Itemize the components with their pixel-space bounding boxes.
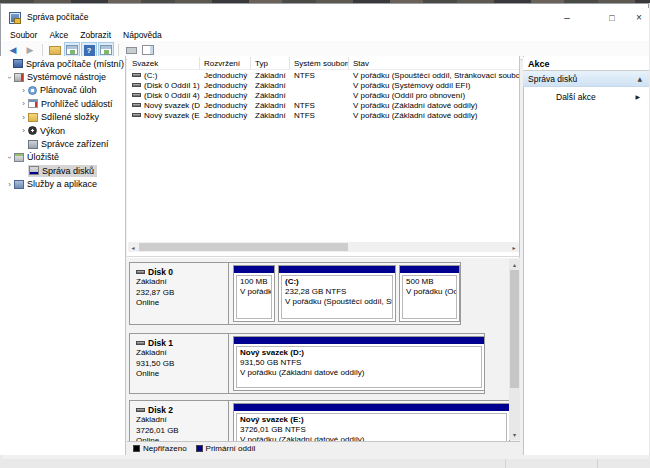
volume-row-novy-svazek-d[interactable]: Nový svazek (D:) Jednoduchý Základní NTF… [128,100,519,110]
vertical-scrollbar-thumb[interactable] [510,270,519,388]
tree-item-label: Systémové nástroje [27,72,106,82]
performance-icon [28,126,37,135]
console-tree: Správa počítače (místní) › Systémové nás… [0,57,125,191]
column-header-system-souboru[interactable]: Systém souborů [290,57,349,69]
volume-row-c[interactable]: (C:) Jednoduchý Základní NTFS V pořádku … [128,70,519,80]
actions-panel [523,56,649,455]
disk0-row: Disk 0 Základní 232,87 GB Online 100 MB … [129,262,461,325]
volume-row-disk0-oddil4[interactable]: (Disk 0 Oddíl 4) Jednoduchý Základní V p… [128,90,519,100]
tree-item-label: Plánovač úloh [40,85,97,95]
disk0-label[interactable]: Disk 0 Základní 232,87 GB Online [130,263,229,324]
scroll-down-icon[interactable]: ▾ [509,429,520,440]
flag-icon [126,47,137,54]
event-viewer-icon [28,99,38,108]
tree-item-prohlizec-udalosti[interactable]: › Prohlížeč událostí [0,97,125,110]
actions-header: Akce [523,57,649,71]
tree-item-sluzby-a-aplikace[interactable]: › Služby a aplikace [0,178,125,191]
tree-selection: Správa disků [28,165,97,177]
disk2-row: Disk 2 Základní 3726,01 GB Online Nový s… [129,400,510,441]
chevron-collapsed-icon[interactable]: › [5,180,14,189]
menu-akce[interactable]: Akce [43,28,74,41]
volume-icon [132,113,141,117]
disk0-partition-3[interactable]: 500 MB V pořádku (Od [399,265,460,322]
primary-partition-band [234,337,484,344]
chevron-collapsed-icon[interactable]: › [19,86,28,95]
actions-group-sprava-disku[interactable]: Správa disků ▲ [523,71,649,87]
submenu-arrow-icon: ▶ [635,93,640,100]
actions-item-dalsi-akce[interactable]: Další akce ▶ [523,90,649,103]
tree-item-sdilene-slozky[interactable]: › Sdílené složky [0,111,125,124]
chevron-collapsed-icon[interactable]: › [19,113,28,122]
scroll-up-icon[interactable]: ▴ [509,259,520,270]
screen: Správa počítače – □ × Soubor Akce Zobraz… [0,0,650,468]
tree-item-uloziste[interactable]: › Úložiště [0,151,125,164]
primary-partition-band [234,404,509,411]
horizontal-scrollbar-thumb[interactable] [139,243,348,251]
menu-bar: Soubor Akce Zobrazit Nápověda [2,28,649,41]
volume-row-disk0-oddil1[interactable]: (Disk 0 Oddíl 1) Jednoduchý Základní V p… [128,80,519,90]
volume-icon [132,103,141,107]
primary-partition-band [400,266,459,273]
scroll-right-icon[interactable]: ▸ [509,242,519,252]
panel-splitter[interactable] [127,256,520,257]
chevron-collapsed-icon[interactable]: › [19,99,28,108]
unallocated-color-swatch [133,445,140,452]
menu-zobrazit[interactable]: Zobrazit [74,28,117,41]
action-pane-icon [142,45,154,55]
computer-icon [13,59,23,68]
services-icon [14,180,24,189]
disk2-partition-e[interactable]: Nový svazek (E:) 3726,01 GB NTFS V pořád… [233,403,510,441]
tools-icon [14,73,24,82]
volume-row-novy-svazek-e[interactable]: Nový svazek (E:) Jednoduchý Základní NTF… [128,110,519,120]
show-console-tree-icon [100,45,112,55]
tree-item-spravce-zarizeni[interactable]: Správce zařízení [0,137,125,150]
tree-item-label: Služby a aplikace [27,179,97,189]
menu-soubor[interactable]: Soubor [4,28,43,41]
column-header-svazek[interactable]: Svazek [128,57,200,69]
legend-primary-partition: Primární oddíl [196,444,256,453]
close-button[interactable]: × [627,8,650,27]
tree-item-sprava-disku[interactable]: Správa disků [0,164,125,177]
tree-item-planovac-uloh[interactable]: › Plánovač úloh [0,84,125,97]
primary-partition-color-swatch [196,445,203,452]
tree-item-systemove-nastroje[interactable]: › Systémové nástroje [0,70,125,83]
volume-table-header: Svazek Rozvržení Typ Systém souborů Stav [128,57,519,70]
menu-napoveda[interactable]: Nápověda [117,28,168,41]
disk2-label[interactable]: Disk 2 Základní 3726,01 GB Online [130,401,229,441]
volume-icon [132,83,141,87]
collapse-icon[interactable]: ▲ [637,75,642,82]
tree-item-label: Sdílené složky [41,112,99,122]
tree-item-label: Správa počítače (místní) [26,59,124,69]
tree-item-label: Správce zařízení [41,139,109,149]
tree-item-label: Správa disků [42,166,94,176]
disk-icon [136,270,145,274]
volume-icon [132,73,141,77]
primary-partition-band [279,266,395,273]
column-header-rozvrzeni[interactable]: Rozvržení [200,57,251,69]
scroll-left-icon[interactable]: ◂ [128,242,138,252]
chevron-expanded-icon[interactable]: › [5,153,14,162]
disk1-row: Disk 1 Základní 931,50 GB Online Nový sv… [129,333,485,394]
shared-folders-icon [28,113,38,122]
toolbar-separator [118,44,119,57]
tree-item-vykon[interactable]: › Výkon [0,124,125,137]
tree-item-sprava-pocitace[interactable]: Správa počítače (místní) [0,57,125,70]
chevron-expanded-icon[interactable]: › [5,73,14,82]
forward-icon: ▶ [27,45,34,55]
tree-item-label: Úložiště [27,152,59,162]
disk-view-canvas: Disk 0 Základní 232,87 GB Online 100 MB … [127,258,520,441]
disk1-partition-d[interactable]: Nový svazek (D:) 931,50 GB NTFS V pořádk… [233,336,485,391]
app-icon [9,12,21,24]
chevron-collapsed-icon[interactable]: › [19,126,28,135]
disk1-label[interactable]: Disk 1 Základní 931,50 GB Online [130,334,229,393]
toolbar-separator [42,44,43,57]
maximize-button[interactable]: □ [594,8,630,27]
column-header-stav[interactable]: Stav [349,57,519,69]
primary-partition-band [234,266,274,273]
back-icon: ◀ [10,45,17,55]
disk0-partition-c[interactable]: (C:) 232,28 GB NTFS V pořádku (Spouštěcí… [278,265,396,322]
disk0-partition-1[interactable]: 100 MB V pořádku (S [233,265,275,322]
column-header-typ[interactable]: Typ [251,57,290,69]
minimize-button[interactable]: – [549,8,585,27]
console-window-icon [66,45,78,55]
